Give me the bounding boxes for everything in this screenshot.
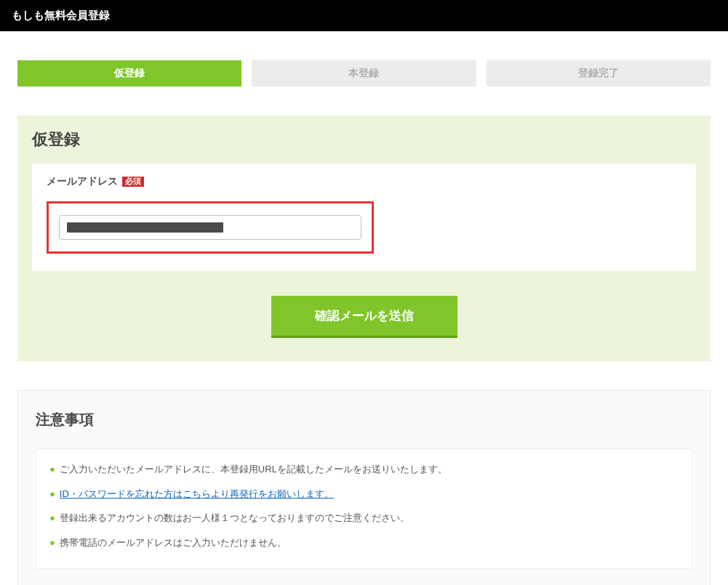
note-text: 登録出来るアカウントの数はお一人様１つとなっておりますのでご注意ください。 xyxy=(60,511,409,525)
email-label: メールアドレス xyxy=(47,175,118,188)
notes-body: ● ご入力いただいたメールアドレスに、本登録用URLを記載したメールをお送りいた… xyxy=(36,448,692,569)
submit-row: 確認メールを送信 xyxy=(32,296,696,338)
note-item: ● ご入力いただいたメールアドレスに、本登録用URLを記載したメールをお送りいた… xyxy=(49,462,679,477)
field-label-row: メールアドレス 必須 xyxy=(47,175,681,188)
input-highlight-box xyxy=(47,201,374,254)
required-badge: 必須 xyxy=(122,177,144,187)
forgot-password-link[interactable]: ID・パスワードを忘れた方はこちらより再発行をお願いします。 xyxy=(60,487,334,501)
header-bar: もしも無料会員登録 xyxy=(0,0,728,31)
registration-panel: 仮登録 メールアドレス 必須 確認メールを送信 xyxy=(17,116,711,361)
note-item: ● ID・パスワードを忘れた方はこちらより再発行をお願いします。 xyxy=(49,487,679,501)
send-confirmation-button[interactable]: 確認メールを送信 xyxy=(271,296,457,338)
bullet-icon: ● xyxy=(49,536,55,550)
notes-section: 注意事項 ● ご入力いただいたメールアドレスに、本登録用URLを記載したメールを… xyxy=(17,390,711,585)
field-card: メールアドレス 必須 xyxy=(32,164,696,271)
step-tab-full: 本登録 xyxy=(252,60,476,86)
bullet-icon: ● xyxy=(49,487,55,501)
note-text: 携帯電話のメールアドレスはご入力いただけません。 xyxy=(60,536,287,550)
progress-steps: 仮登録 本登録 登録完了 xyxy=(17,60,711,86)
email-input-wrapper[interactable] xyxy=(59,215,361,240)
header-title: もしも無料会員登録 xyxy=(12,9,110,21)
step-tab-complete: 登録完了 xyxy=(487,60,711,86)
note-item: ● 携帯電話のメールアドレスはご入力いただけません。 xyxy=(49,536,679,550)
note-text: ご入力いただいたメールアドレスに、本登録用URLを記載したメールをお送りいたしま… xyxy=(60,462,447,477)
step-tab-label: 登録完了 xyxy=(578,67,619,80)
step-tab-label: 仮登録 xyxy=(114,67,145,80)
button-label: 確認メールを送信 xyxy=(315,309,414,323)
bullet-icon: ● xyxy=(49,511,55,525)
bullet-icon: ● xyxy=(49,462,55,477)
note-item: ● 登録出来るアカウントの数はお一人様１つとなっておりますのでご注意ください。 xyxy=(49,511,679,525)
step-tab-provisional[interactable]: 仮登録 xyxy=(17,60,241,86)
email-input-value-redacted xyxy=(67,222,223,233)
step-tab-label: 本登録 xyxy=(348,67,379,80)
notes-title: 注意事項 xyxy=(36,410,692,429)
panel-title: 仮登録 xyxy=(32,129,696,150)
page-content: 仮登録 本登録 登録完了 仮登録 メールアドレス 必須 確認メールを送信 xyxy=(0,31,728,585)
